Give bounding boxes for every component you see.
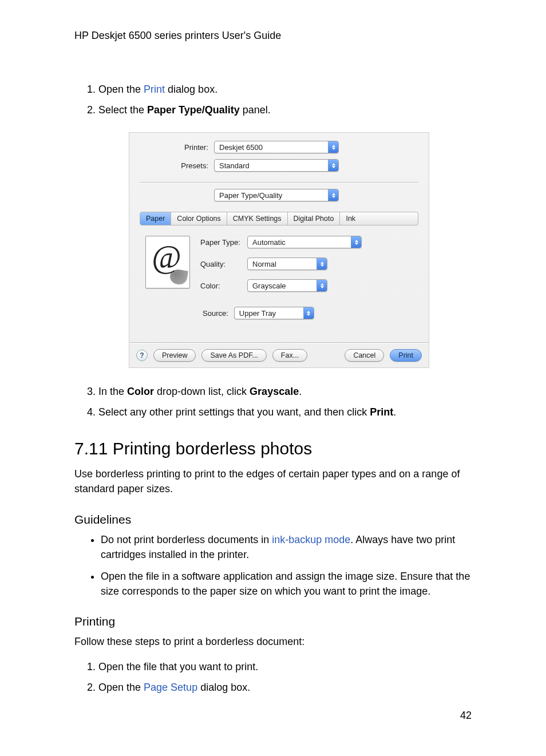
presets-value: Standard bbox=[219, 161, 250, 170]
chevron-updown-icon bbox=[316, 258, 327, 270]
tab-color-options[interactable]: Color Options bbox=[171, 212, 227, 225]
steps-list-top: Open the Print dialog box. Select the Pa… bbox=[74, 82, 472, 117]
chevron-updown-icon bbox=[303, 307, 314, 319]
preview-thumbnail: @ bbox=[145, 236, 190, 288]
step-1: Open the Print dialog box. bbox=[98, 82, 472, 97]
source-value: Upper Tray bbox=[239, 309, 276, 318]
tab-cmyk-settings[interactable]: CMYK Settings bbox=[227, 212, 288, 225]
printing-steps: Open the file that you want to print. Op… bbox=[74, 659, 472, 695]
printer-popup[interactable]: Deskjet 6500 bbox=[214, 141, 339, 153]
bold-text: Print bbox=[370, 406, 393, 418]
text: dialog box. bbox=[165, 84, 217, 95]
printing-intro: Follow these steps to print a borderless… bbox=[74, 634, 472, 649]
text: Do not print borderless documents in bbox=[101, 534, 272, 545]
step-3: In the Color drop-down list, click Grays… bbox=[98, 384, 472, 399]
printer-label: Printer: bbox=[140, 143, 214, 152]
text: panel. bbox=[240, 104, 271, 116]
list-item: Open the file in a software application … bbox=[101, 569, 472, 599]
guidelines-heading: Guidelines bbox=[74, 513, 472, 527]
cancel-button[interactable]: Cancel bbox=[345, 349, 384, 362]
list-item: Do not print borderless documents in ink… bbox=[101, 532, 472, 562]
color-popup[interactable]: Grayscale bbox=[247, 279, 327, 292]
tab-paper[interactable]: Paper bbox=[140, 212, 171, 225]
tabs: Paper Color Options CMYK Settings Digita… bbox=[140, 212, 418, 225]
chevron-updown-icon bbox=[328, 189, 338, 201]
presets-label: Presets: bbox=[140, 161, 214, 170]
section-heading: 7.11 Printing borderless photos bbox=[74, 439, 472, 458]
text: . bbox=[393, 406, 396, 418]
text: . bbox=[299, 386, 302, 397]
bold-text: Paper Type/Quality bbox=[147, 104, 240, 116]
running-header: HP Deskjet 6500 series printers User's G… bbox=[74, 30, 472, 42]
chevron-updown-icon bbox=[328, 160, 338, 171]
tab-ink[interactable]: Ink bbox=[340, 212, 361, 225]
bold-text: Color bbox=[127, 386, 154, 397]
step-2: Select the Paper Type/Quality panel. bbox=[98, 102, 472, 117]
papertype-value: Automatic bbox=[252, 238, 286, 247]
color-label: Color: bbox=[200, 282, 247, 290]
source-label: Source: bbox=[203, 309, 228, 318]
color-value: Grayscale bbox=[252, 282, 286, 290]
step-p1: Open the file that you want to print. bbox=[98, 659, 472, 674]
chevron-updown-icon bbox=[351, 236, 361, 248]
step-p2: Open the Page Setup dialog box. bbox=[98, 680, 472, 695]
page-setup-link[interactable]: Page Setup bbox=[144, 682, 197, 693]
print-link[interactable]: Print bbox=[144, 84, 165, 95]
fax-button[interactable]: Fax... bbox=[272, 349, 307, 362]
pane-popup[interactable]: Paper Type/Quality bbox=[214, 189, 339, 201]
text: Select any other print settings that you… bbox=[98, 406, 370, 418]
text: drop-down list, click bbox=[154, 386, 250, 397]
source-popup[interactable]: Upper Tray bbox=[234, 307, 314, 319]
presets-popup[interactable]: Standard bbox=[214, 159, 339, 172]
text: Open the bbox=[98, 682, 144, 693]
chevron-updown-icon bbox=[316, 280, 327, 291]
text: Open the bbox=[98, 84, 144, 95]
papertype-label: Paper Type: bbox=[200, 238, 247, 247]
printing-heading: Printing bbox=[74, 615, 472, 628]
printer-value: Deskjet 6500 bbox=[219, 143, 263, 152]
steps-list-bottom: In the Color drop-down list, click Grays… bbox=[74, 384, 472, 419]
save-as-pdf-button[interactable]: Save As PDF... bbox=[201, 349, 266, 362]
section-intro: Use borderless printing to print to the … bbox=[74, 466, 472, 496]
tab-digital-photo[interactable]: Digital Photo bbox=[288, 212, 341, 225]
print-dialog-screenshot: Printer: Deskjet 6500 Presets: Standard … bbox=[129, 132, 429, 368]
papertype-popup[interactable]: Automatic bbox=[247, 236, 362, 248]
text: Select the bbox=[98, 104, 147, 116]
quality-popup[interactable]: Normal bbox=[247, 258, 327, 270]
print-button[interactable]: Print bbox=[390, 349, 422, 362]
quality-value: Normal bbox=[252, 260, 276, 268]
ink-backup-link[interactable]: ink-backup mode bbox=[272, 534, 350, 545]
help-button[interactable]: ? bbox=[136, 350, 148, 361]
pane-value: Paper Type/Quality bbox=[219, 191, 282, 200]
preview-button[interactable]: Preview bbox=[153, 349, 196, 362]
chevron-updown-icon bbox=[328, 141, 338, 153]
guidelines-list: Do not print borderless documents in ink… bbox=[74, 532, 472, 599]
bold-text: Grayscale bbox=[250, 386, 299, 397]
quality-label: Quality: bbox=[200, 260, 247, 268]
text: In the bbox=[98, 386, 127, 397]
text: dialog box. bbox=[197, 682, 250, 693]
page-number: 42 bbox=[460, 710, 472, 722]
step-4: Select any other print settings that you… bbox=[98, 405, 472, 419]
